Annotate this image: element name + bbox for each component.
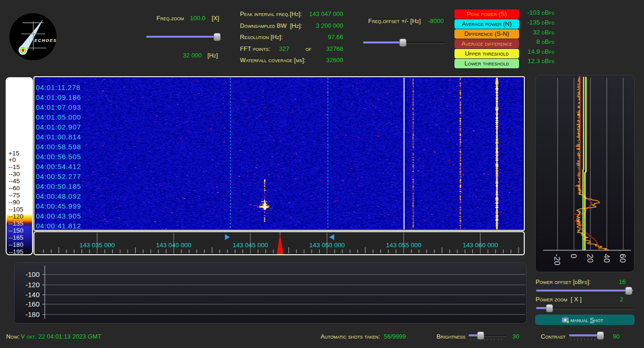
svg-text:20: 20 — [586, 254, 594, 263]
svg-text:ECHOES: ECHOES — [34, 38, 57, 43]
svg-text:-120: -120 — [25, 281, 40, 289]
svg-text:40: 40 — [602, 254, 611, 263]
svg-text:-160: -160 — [25, 300, 40, 308]
svg-text:-180: -180 — [25, 310, 40, 318]
svg-text:143 060 000: 143 060 000 — [462, 242, 498, 249]
svg-text:0: 0 — [569, 254, 578, 258]
svg-text:60: 60 — [618, 254, 627, 263]
svg-text:143 035 000: 143 035 000 — [79, 242, 115, 249]
svg-text:143 045 000: 143 045 000 — [233, 242, 268, 249]
svg-text:143 050 000: 143 050 000 — [309, 242, 345, 249]
svg-text:-140: -140 — [25, 291, 40, 299]
svg-text:143 055 000: 143 055 000 — [386, 242, 421, 249]
svg-text:143 040 000: 143 040 000 — [156, 242, 191, 249]
svg-text:-100: -100 — [25, 270, 40, 278]
svg-text:-20: -20 — [553, 254, 561, 266]
